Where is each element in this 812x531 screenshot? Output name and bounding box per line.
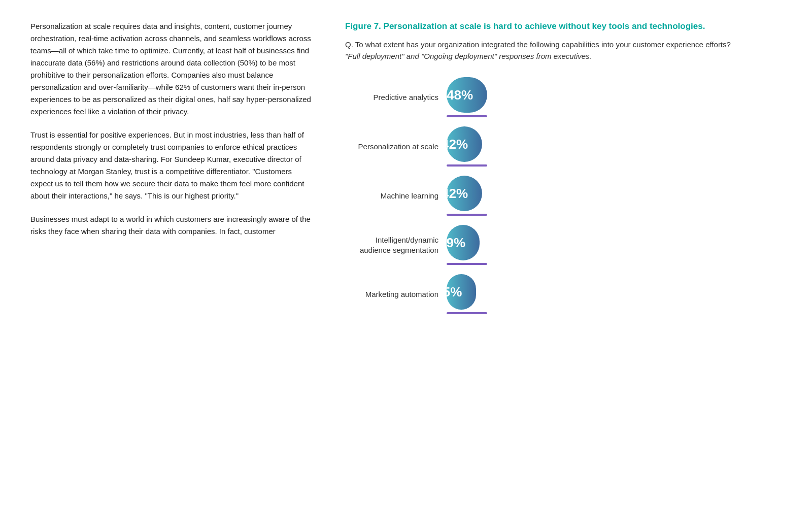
bar-block: 42% [447, 176, 487, 216]
bar-underline [447, 214, 487, 216]
chart-row: Marketing automation35% [345, 274, 741, 314]
bar-label: Personalization at scale [345, 142, 447, 152]
bar-pct: 48% [447, 88, 473, 102]
bar-track: 42% [447, 126, 482, 162]
chart-row: Intelligent/dynamicaudience segmentation… [345, 225, 741, 265]
left-column: Personalization at scale requires data a… [30, 20, 315, 511]
bar-block: 35% [447, 274, 487, 314]
chart-container: Predictive analytics48%Personalization a… [345, 77, 741, 314]
bar-pct: 39% [447, 236, 465, 249]
bar-track: 42% [447, 176, 482, 211]
bar-underline [447, 115, 487, 117]
bar-underline [447, 164, 487, 167]
bar-underline [447, 312, 487, 314]
bar-label: Marketing automation [345, 289, 447, 300]
bar-underline [447, 263, 487, 265]
bar-track: 48% [447, 77, 487, 113]
bar-track: 35% [447, 274, 476, 310]
bar-label: Machine learning [345, 191, 447, 201]
chart-row: Predictive analytics48% [345, 77, 741, 117]
chart-row: Personalization at scale42% [345, 126, 741, 167]
paragraph-3: Businesses must adapt to a world in whic… [30, 213, 315, 238]
paragraph-1: Personalization at scale requires data a… [30, 20, 315, 118]
figure-subtitle: Q. To what extent has your organization … [345, 39, 741, 62]
bar-label: Intelligent/dynamicaudience segmentation [345, 235, 447, 255]
chart-row: Machine learning42% [345, 176, 741, 216]
bar-pct: 42% [447, 187, 468, 200]
bar-track: 39% [447, 225, 480, 260]
paragraph-2: Trust is essential for positive experien… [30, 129, 315, 202]
bar-pct: 35% [447, 285, 462, 298]
right-column: Figure 7. Personalization at scale is ha… [345, 20, 741, 511]
figure-subtitle-text2: "Full deployment" and "Ongoing deploymen… [345, 52, 592, 60]
bar-block: 48% [447, 77, 487, 117]
bar-block: 42% [447, 126, 487, 167]
figure-subtitle-text1: Q. To what extent has your organization … [345, 40, 731, 49]
figure-title: Figure 7. Personalization at scale is ha… [345, 20, 741, 32]
bar-pct: 42% [447, 138, 468, 151]
bar-label: Predictive analytics [345, 92, 447, 103]
page-container: Personalization at scale requires data a… [0, 0, 812, 531]
bar-block: 39% [447, 225, 487, 265]
